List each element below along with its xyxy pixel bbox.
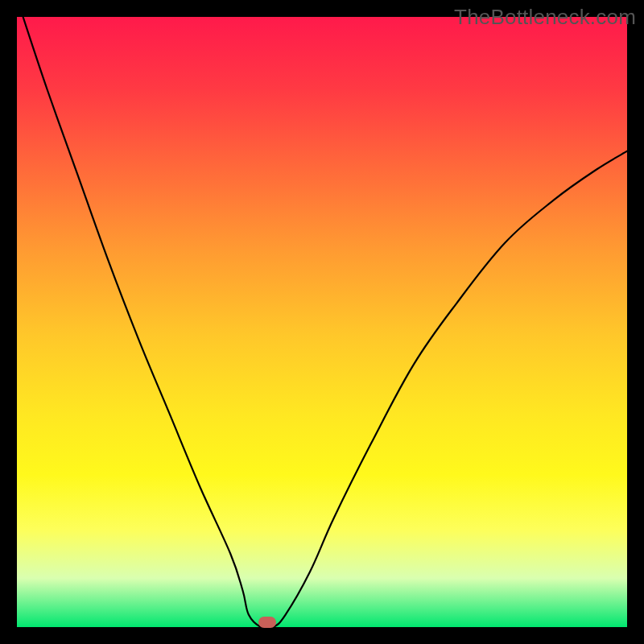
chart-frame: TheBottleneck.com xyxy=(0,0,644,644)
watermark-label: TheBottleneck.com xyxy=(454,5,636,30)
plot-area xyxy=(17,17,627,627)
curve-line xyxy=(17,17,627,627)
min-marker xyxy=(258,617,276,628)
